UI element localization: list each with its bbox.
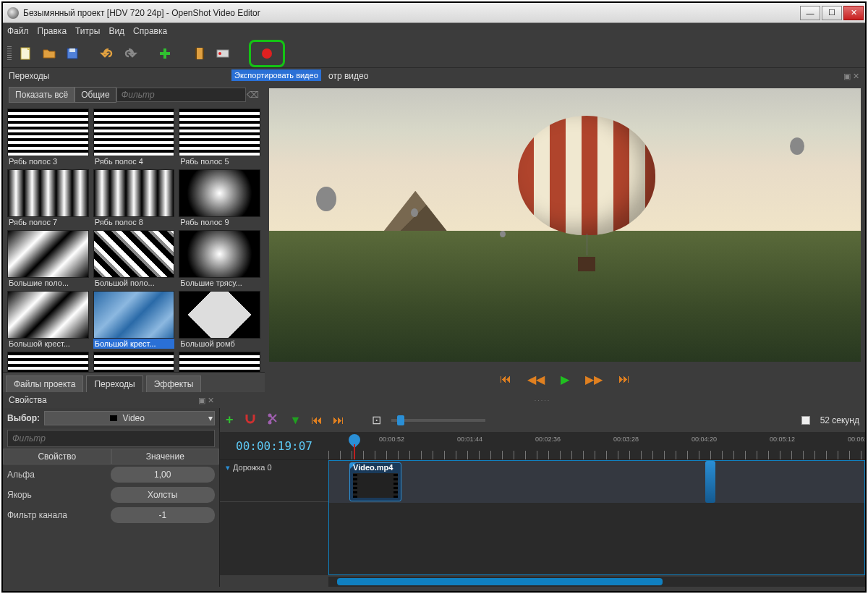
export-button-highlight — [249, 40, 285, 67]
ruler-tick-label: 00:00:52 — [379, 436, 404, 443]
timeline-track-area[interactable]: Video.mp4 — [328, 460, 865, 575]
tab-effects[interactable]: Эффекты — [146, 376, 202, 392]
transitions-filter-input[interactable] — [116, 88, 246, 102]
jump-end-button[interactable]: ⏭ — [618, 373, 630, 386]
transition-label: Рябь полос 5 — [179, 156, 260, 166]
timeline-marker[interactable] — [705, 461, 715, 503]
menu-bar: Файл Правка Титры Вид Справка — [3, 23, 865, 39]
add-marker-button[interactable]: ▼ — [290, 414, 302, 427]
properties-panel-header: Свойства ▣ ✕ — [3, 392, 220, 408]
selection-combo[interactable]: Video ▾ — [44, 411, 215, 425]
next-marker-button[interactable]: ⏭ — [333, 414, 344, 427]
menu-edit[interactable]: Правка — [38, 26, 67, 36]
property-value[interactable]: 1,00 — [111, 467, 216, 483]
properties-dock-icons[interactable]: ▣ ✕ — [198, 396, 214, 405]
transition-item[interactable]: Большой ромб — [179, 291, 260, 349]
menu-titles[interactable]: Титры — [75, 26, 100, 36]
import-files-button[interactable] — [156, 45, 174, 62]
transition-item[interactable]: Большой крест... — [7, 291, 89, 349]
profile-button[interactable] — [214, 45, 231, 62]
balloon-icon — [790, 137, 804, 155]
balloon-icon — [500, 231, 506, 237]
transitions-panel: Показать всё Общие ⌫ Рябь полос 3Рябь по… — [3, 84, 265, 392]
window-titlebar: Безымянный проект [HDV 720 24p] - OpenSh… — [3, 3, 865, 23]
transition-label: Рябь полос 7 — [7, 217, 89, 227]
transition-label: Большие поло... — [7, 278, 89, 288]
new-project-button[interactable] — [17, 45, 35, 62]
tab-project-files[interactable]: Файлы проекта — [6, 376, 83, 392]
timecode-display[interactable]: 00:00:19:07 — [220, 433, 328, 459]
tab-transitions[interactable]: Переходы — [86, 376, 142, 392]
jump-start-button[interactable]: ⏮ — [500, 373, 511, 386]
fast-forward-button[interactable]: ▶▶ — [585, 373, 603, 386]
play-button[interactable]: ▶ — [561, 373, 569, 386]
properties-filter-input[interactable] — [7, 430, 215, 447]
export-video-button[interactable] — [258, 45, 276, 62]
properties-panel-title: Свойства — [9, 395, 47, 405]
col-property[interactable]: Свойство — [3, 449, 111, 464]
filter-clear-button[interactable]: ⌫ — [246, 90, 259, 100]
menu-help[interactable]: Справка — [133, 26, 167, 36]
timeline-grip-icon[interactable]: ∙∙∙∙∙ — [535, 396, 551, 404]
prev-marker-button[interactable]: ⏮ — [311, 414, 323, 427]
timeline-scrollbar[interactable] — [328, 577, 865, 587]
col-value[interactable]: Значение — [111, 449, 220, 464]
undo-button[interactable] — [98, 45, 116, 62]
menu-file[interactable]: Файл — [7, 26, 29, 36]
razor-button[interactable] — [267, 412, 280, 428]
rewind-button[interactable]: ◀◀ — [527, 373, 545, 386]
toolbar-handle[interactable] — [7, 46, 12, 61]
property-value[interactable]: Холсты — [111, 487, 216, 503]
svg-point-7 — [218, 52, 221, 55]
transitions-grid: Рябь полос 3Рябь полос 4Рябь полос 5Рябь… — [3, 106, 265, 372]
transition-item[interactable]: Большие трясу... — [179, 230, 260, 288]
export-tooltip: Экспортировать видео — [231, 69, 321, 81]
transition-item[interactable]: Рябь полос 7 — [7, 169, 89, 227]
property-row: Альфа1,00 — [3, 464, 219, 485]
zoom-slider[interactable] — [391, 419, 485, 422]
transition-item[interactable]: Рябь полос 9 — [179, 169, 260, 227]
transition-item[interactable]: Большие поло... — [7, 230, 89, 288]
open-project-button[interactable] — [41, 45, 58, 62]
add-track-button[interactable]: + — [226, 412, 234, 428]
preview-panel: ⏮ ◀◀ ▶ ▶▶ ⏭ — [265, 84, 865, 392]
close-button[interactable]: ✕ — [843, 6, 864, 20]
redo-button[interactable] — [122, 45, 139, 62]
panel-dock-icons[interactable]: ▣ ✕ — [843, 72, 859, 81]
track-label-0[interactable]: ▾ Дорожка 0 — [220, 460, 328, 502]
center-playhead-button[interactable]: ⊡ — [372, 413, 381, 427]
transition-item[interactable] — [179, 352, 260, 372]
transition-label: Рябь полос 4 — [93, 156, 175, 166]
minimize-button[interactable]: — — [800, 6, 820, 20]
transition-item[interactable]: Рябь полос 3 — [7, 109, 89, 166]
filmstrip-button[interactable] — [191, 45, 208, 62]
transition-label: Большой крест... — [7, 339, 89, 349]
playhead[interactable] — [349, 434, 360, 446]
transitions-panel-header: Переходы — [3, 68, 265, 84]
filter-common-button[interactable]: Общие — [75, 87, 116, 103]
transition-item[interactable]: Большой поло... — [93, 230, 175, 288]
ruler-tick-label: 00:05:12 — [770, 436, 795, 443]
timeline-ruler[interactable]: 00:00:5200:01:4400:02:3600:03:2800:04:20… — [328, 433, 865, 459]
transition-item[interactable] — [93, 352, 175, 372]
transition-item[interactable]: Рябь полос 5 — [179, 109, 260, 166]
transition-item[interactable] — [7, 352, 89, 372]
main-toolbar — [3, 39, 865, 68]
transition-item[interactable]: Рябь полос 4 — [93, 109, 175, 166]
property-value[interactable]: -1 — [111, 507, 216, 523]
property-label: Фильтр канала — [3, 510, 106, 520]
snap-button[interactable] — [244, 412, 257, 428]
timeline-clip[interactable]: Video.mp4 — [349, 462, 401, 501]
transition-label: Рябь полос 3 — [7, 156, 89, 166]
menu-view[interactable]: Вид — [109, 26, 124, 36]
ruler-tick-label: 00:06:04 — [848, 436, 865, 443]
filter-show-all-button[interactable]: Показать всё — [9, 87, 75, 103]
save-project-button[interactable] — [64, 45, 81, 62]
duration-checkbox[interactable] — [801, 416, 810, 425]
preview-canvas[interactable] — [269, 88, 861, 362]
maximize-button[interactable]: ☐ — [822, 6, 842, 20]
transition-item[interactable]: Большой крест... — [93, 291, 175, 349]
properties-panel: Выбор: Video ▾ Свойство Значение Альфа1,… — [3, 408, 220, 587]
svg-point-10 — [268, 413, 271, 417]
transition-item[interactable]: Рябь полос 8 — [93, 169, 175, 227]
